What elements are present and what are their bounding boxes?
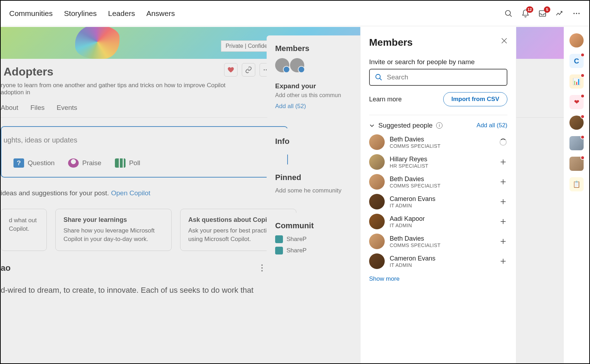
search-icon (375, 73, 383, 81)
notifications-badge: 12 (526, 6, 533, 13)
suggested-person: Cameron EvansIT ADMIN (369, 253, 507, 269)
member-avatar[interactable] (275, 58, 289, 72)
inbox-icon[interactable]: 5 (538, 9, 547, 18)
svg-line-18 (380, 78, 382, 80)
post-menu-button[interactable] (261, 264, 263, 272)
favorite-button[interactable] (224, 63, 238, 77)
rail-presentation-icon[interactable]: 📊 (569, 74, 584, 89)
person-name: Beth Davies (390, 136, 494, 143)
person-info: Cameron EvansIT ADMIN (390, 255, 494, 268)
member-search-input[interactable] (387, 73, 502, 81)
person-avatar[interactable] (369, 253, 385, 269)
close-button[interactable] (501, 38, 507, 44)
top-nav-right: 12 5 (504, 9, 581, 18)
composer-poll[interactable]: Poll (115, 158, 140, 168)
tab-leaders[interactable]: Leaders (108, 6, 135, 21)
rail-user-avatar[interactable] (569, 116, 584, 130)
tab-files[interactable]: Files (30, 104, 45, 112)
suggested-person: Aadi KapoorIT ADMIN (369, 214, 507, 229)
person-avatar[interactable] (369, 154, 385, 170)
person-avatar[interactable] (369, 214, 385, 229)
tab-storylines[interactable]: Storylines (64, 6, 97, 21)
open-copilot-link[interactable]: Open Copilot (111, 189, 150, 197)
collapse-toggle[interactable] (369, 123, 375, 128)
card-1[interactable]: Share your learnings Share how you lever… (55, 209, 172, 251)
card-0[interactable]: d what out Copilot. (1, 209, 47, 251)
card-0-text: d what out Copilot. (9, 216, 39, 233)
card-1-title: Share your learnings (63, 216, 163, 224)
composer-praise[interactable]: Praise (68, 158, 101, 168)
svg-point-13 (261, 267, 263, 269)
more-icon[interactable] (572, 9, 581, 18)
close-icon (501, 38, 507, 44)
tab-answers[interactable]: Answers (146, 6, 175, 21)
svg-point-14 (261, 270, 263, 271)
info-icon[interactable]: i (436, 122, 442, 129)
add-person-button[interactable] (499, 217, 507, 226)
person-role: HR SPECIALIST (390, 163, 494, 169)
add-person-button[interactable] (499, 158, 507, 166)
rail-dot (580, 135, 585, 139)
suggested-person: Hillary ReyesHR SPECIALIST (369, 154, 507, 170)
add-person-button[interactable] (499, 138, 507, 146)
post-author: ao (1, 263, 11, 273)
rail-profile-avatar[interactable] (569, 33, 584, 47)
analytics-icon[interactable] (555, 9, 564, 18)
right-rail: C 📊 ❤ 📋 (564, 27, 589, 363)
tab-events[interactable]: Events (57, 104, 77, 112)
import-csv-button[interactable]: Import from CSV (443, 92, 507, 106)
rail-group-avatar[interactable] (569, 157, 584, 171)
tab-communities[interactable]: Communities (9, 6, 53, 21)
member-search-box[interactable] (369, 69, 507, 86)
add-person-button[interactable] (499, 178, 507, 186)
person-avatar[interactable] (369, 234, 385, 249)
members-panel-title: Members (369, 37, 507, 48)
person-avatar[interactable] (369, 174, 385, 190)
person-role: COMMS SPECIALIST (390, 143, 494, 149)
community-description: ryone to learn from one another and gath… (1, 82, 249, 96)
add-all-button[interactable]: Add all (52) (477, 122, 507, 129)
person-avatar[interactable] (369, 134, 385, 150)
suggested-people-list: Beth DaviesCOMMS SPECIALISTHillary Reyes… (369, 134, 507, 269)
rail-community-icon[interactable]: C (569, 54, 584, 68)
member-avatar[interactable] (290, 58, 304, 72)
person-avatar[interactable] (369, 194, 385, 209)
add-person-button[interactable] (499, 197, 507, 206)
composer-actions: ? Question Praise Poll (1, 158, 287, 168)
suggested-person: Beth DaviesCOMMS SPECIALIST (369, 134, 507, 150)
suggested-label: Suggested people (378, 122, 433, 129)
svg-point-4 (576, 13, 577, 14)
poll-icon (115, 158, 126, 168)
link-icon (245, 66, 252, 73)
heart-icon (227, 66, 234, 73)
members-panel: Members Invite or search for people by n… (360, 27, 516, 363)
svg-point-0 (506, 10, 511, 15)
add-person-button[interactable] (499, 257, 507, 265)
suggested-header: Suggested people i Add all (52) (369, 122, 507, 129)
person-name: Cameron Evans (390, 255, 494, 262)
card-1-text: Share how you leverage Microsoft Copilot… (63, 226, 163, 243)
composer-question[interactable]: ? Question (13, 158, 55, 168)
sharepoint-icon (275, 235, 283, 243)
show-more-link[interactable]: Show more (369, 275, 507, 282)
search-icon[interactable] (504, 9, 513, 18)
add-person-button[interactable] (499, 237, 507, 246)
learn-more-link[interactable]: Learn more (369, 96, 402, 103)
copilot-logo-icon (75, 27, 119, 59)
person-name: Beth Davies (390, 235, 494, 242)
person-name: Aadi Kapoor (390, 215, 494, 223)
rail-notes-icon[interactable]: 📋 (569, 177, 584, 191)
svg-point-5 (578, 13, 580, 14)
tab-about[interactable]: About (1, 104, 18, 112)
copy-link-button[interactable] (242, 63, 255, 77)
post-composer[interactable]: ughts, ideas or updates ? Question Prais… (1, 126, 288, 178)
rail-group-avatar[interactable] (569, 136, 584, 150)
rail-dot (580, 94, 585, 98)
rail-dot (580, 73, 585, 78)
notifications-icon[interactable]: 12 (521, 9, 530, 18)
rail-dot (580, 53, 585, 57)
praise-icon (68, 158, 79, 168)
rail-heart-icon[interactable]: ❤ (569, 95, 584, 109)
top-nav: Communities Storylines Leaders Answers 1… (1, 1, 589, 26)
divider (369, 115, 507, 115)
